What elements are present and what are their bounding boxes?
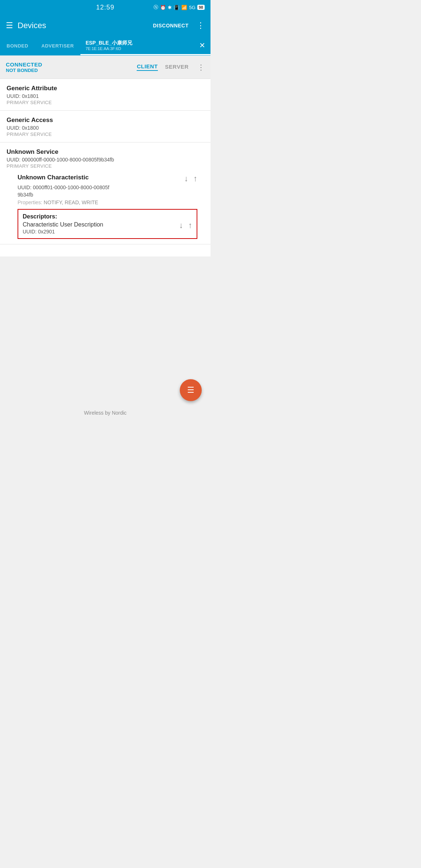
vibrate-icon: 📳 bbox=[174, 5, 179, 10]
generic-attribute-service: Generic Attribute UUID: 0x1801 PRIMARY S… bbox=[0, 79, 210, 111]
service-name-1: Generic Access bbox=[7, 117, 204, 124]
client-server-tabs: CLIENT SERVER ⋮ bbox=[137, 63, 205, 72]
properties-label: Properties: bbox=[18, 199, 44, 205]
server-tab[interactable]: SERVER bbox=[165, 64, 189, 71]
advertiser-tab[interactable]: ADVERTISER bbox=[35, 37, 80, 55]
descriptor-name: Characteristic User Description bbox=[23, 221, 175, 228]
wifi-icon: 📶 bbox=[181, 5, 187, 10]
disconnect-button[interactable]: DISCONNECT bbox=[153, 23, 189, 28]
footer-text: Wireless by Nordic bbox=[84, 410, 127, 416]
service-name-2: Unknown Service bbox=[7, 148, 204, 156]
ble-device-name: ESP_BLE_小康师兄 bbox=[86, 40, 132, 46]
descriptor-label: Descriptors: bbox=[23, 213, 175, 220]
app-title: Devices bbox=[18, 21, 148, 30]
service-type-1: PRIMARY SERVICE bbox=[7, 132, 204, 137]
descriptor-icons: ↓ ↑ bbox=[179, 213, 192, 230]
bonded-status-text: NOT BONDED bbox=[6, 68, 137, 73]
characteristic-header: Unknown Characteristic ↓ ↑ bbox=[18, 174, 197, 183]
alarm-icon: ⏰ bbox=[160, 5, 166, 10]
client-tab[interactable]: CLIENT bbox=[137, 63, 158, 71]
signal-5g-icon: 5G bbox=[189, 5, 195, 10]
nfc-icon: Ⓝ bbox=[153, 4, 158, 11]
connected-status-text: CONNECTED bbox=[6, 61, 137, 68]
service-type-2: PRIMARY SERVICE bbox=[7, 163, 204, 169]
ble-device-address: 7E:1E:1E:AA:3F:6D bbox=[86, 46, 132, 51]
service-uuid-2: UUID: 000000ff-0000-1000-8000-00805f9b34… bbox=[7, 157, 204, 163]
characteristic-icons: ↓ ↑ bbox=[184, 174, 197, 183]
connection-bar: CONNECTED NOT BONDED CLIENT SERVER ⋮ bbox=[0, 56, 210, 79]
ble-device-info: ESP_BLE_小康师兄 7E:1E:1E:AA:3F:6D bbox=[86, 40, 132, 51]
footer-area: Wireless by Nordic ☰ bbox=[0, 256, 210, 434]
descriptor-row: Descriptors: Characteristic User Descrip… bbox=[23, 213, 192, 235]
status-time: 12:59 bbox=[96, 4, 114, 11]
service-type-0: PRIMARY SERVICE bbox=[7, 100, 204, 105]
fab-icon: ☰ bbox=[187, 385, 194, 395]
read-descriptor-icon[interactable]: ↓ bbox=[179, 221, 183, 230]
close-device-tab-icon[interactable]: ✕ bbox=[199, 41, 205, 50]
battery-icon: 98 bbox=[197, 5, 205, 10]
bonded-tab[interactable]: BONDED bbox=[0, 37, 35, 55]
bluetooth-icon: ✱ bbox=[168, 5, 172, 10]
descriptor-content: Descriptors: Characteristic User Descrip… bbox=[23, 213, 175, 235]
app-bar: ☰ Devices DISCONNECT ⋮ bbox=[0, 15, 210, 37]
unknown-service: Unknown Service UUID: 000000ff-0000-1000… bbox=[0, 142, 210, 244]
more-options-icon[interactable]: ⋮ bbox=[197, 21, 205, 30]
descriptor-box: Descriptors: Characteristic User Descrip… bbox=[18, 209, 197, 239]
service-name-0: Generic Attribute bbox=[7, 85, 204, 92]
device-tabs: BONDED ADVERTISER ESP_BLE_小康师兄 7E:1E:1E:… bbox=[0, 37, 210, 56]
status-bar: 12:59 Ⓝ ⏰ ✱ 📳 📶 5G 98 bbox=[0, 0, 210, 15]
ble-device-tab[interactable]: ESP_BLE_小康师兄 7E:1E:1E:AA:3F:6D ✕ bbox=[80, 37, 210, 55]
unknown-characteristic: Unknown Characteristic ↓ ↑ UUID: 0000ff0… bbox=[7, 169, 204, 239]
content-area: Generic Attribute UUID: 0x1801 PRIMARY S… bbox=[0, 79, 210, 256]
fab-button[interactable]: ☰ bbox=[180, 379, 202, 401]
tab-more-icon[interactable]: ⋮ bbox=[197, 63, 205, 72]
service-uuid-1: UUID: 0x1800 bbox=[7, 125, 204, 131]
write-descriptor-icon[interactable]: ↑ bbox=[188, 221, 192, 230]
descriptor-uuid: UUID: 0x2901 bbox=[23, 229, 175, 235]
characteristic-name: Unknown Characteristic bbox=[18, 174, 181, 181]
generic-access-service: Generic Access UUID: 0x1800 PRIMARY SERV… bbox=[0, 111, 210, 142]
hamburger-icon[interactable]: ☰ bbox=[6, 21, 13, 30]
write-characteristic-icon[interactable]: ↑ bbox=[193, 174, 197, 183]
connection-status: CONNECTED NOT BONDED bbox=[6, 61, 137, 73]
status-icons: Ⓝ ⏰ ✱ 📳 📶 5G 98 bbox=[153, 4, 205, 11]
characteristic-properties: Properties: NOTIFY, READ, WRITE bbox=[18, 199, 197, 205]
service-uuid-0: UUID: 0x1801 bbox=[7, 93, 204, 99]
read-characteristic-icon[interactable]: ↓ bbox=[184, 174, 188, 183]
characteristic-uuid: UUID: 0000ff01-0000-1000-8000-00805f 9b3… bbox=[18, 184, 197, 198]
